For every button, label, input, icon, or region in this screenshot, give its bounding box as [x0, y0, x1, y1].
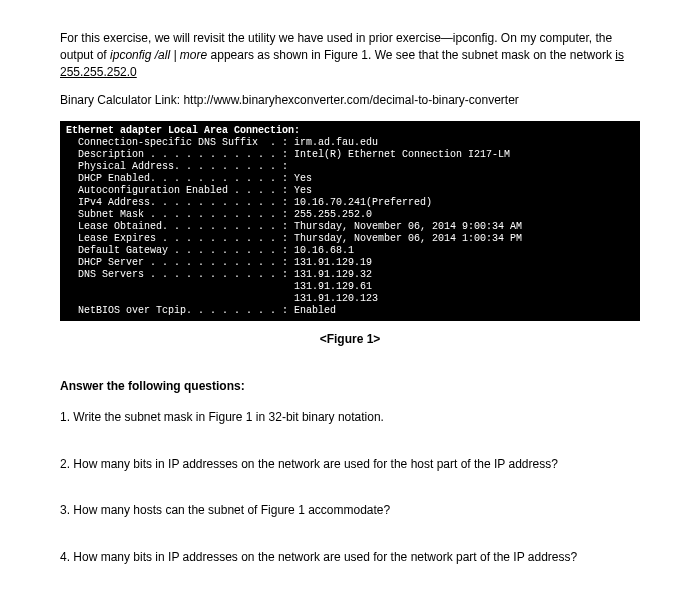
intro-paragraph: For this exercise, we will revisit the u… [60, 30, 640, 80]
question-3: 3. How many hosts can the subnet of Figu… [60, 502, 640, 519]
questions-header: Answer the following questions: [60, 378, 640, 395]
ipconfig-command: ipconfig /all | more [110, 48, 207, 62]
question-1: 1. Write the subnet mask in Figure 1 in … [60, 409, 640, 426]
figure-label: <Figure 1> [60, 331, 640, 348]
intro-part2: appears as shown in Figure 1. We see tha… [207, 48, 615, 62]
question-2: 2. How many bits in IP addresses on the … [60, 456, 640, 473]
calculator-link-text: Binary Calculator Link: http://www.binar… [60, 92, 640, 109]
terminal-output: Ethernet adapter Local Area Connection: … [60, 121, 640, 321]
question-4: 4. How many bits in IP addresses on the … [60, 549, 640, 566]
terminal-body: Connection-specific DNS Suffix . : irm.a… [66, 137, 522, 316]
document-page: For this exercise, we will revisit the u… [0, 0, 700, 601]
terminal-header: Ethernet adapter Local Area Connection: [66, 125, 300, 136]
